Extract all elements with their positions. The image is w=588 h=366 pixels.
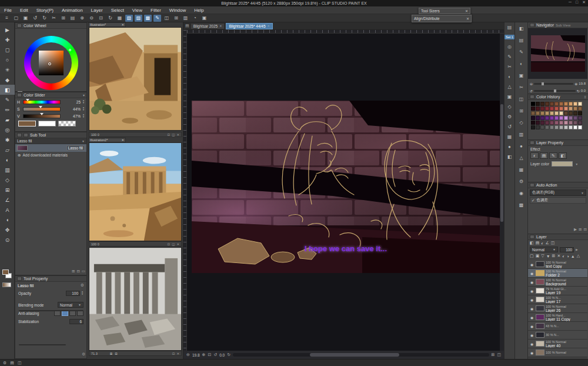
history-swatch[interactable] <box>578 111 582 115</box>
maximize-button[interactable]: □ <box>576 0 578 5</box>
saturation-value-square[interactable] <box>39 51 64 75</box>
symmetry-icon[interactable]: ◫ <box>163 15 171 22</box>
rotate-reset-icon[interactable]: ↻ <box>106 15 114 22</box>
history-swatch[interactable] <box>559 125 563 129</box>
merge-down-icon[interactable]: ▼ <box>546 254 550 258</box>
expression-color-icon[interactable]: ◧ <box>559 152 567 159</box>
history-swatch[interactable] <box>564 111 568 115</box>
auto-action-header[interactable]: Auto Action <box>528 182 588 188</box>
transparent-color-chip[interactable] <box>2 282 11 287</box>
palette-tab-icon[interactable]: ◉ <box>519 191 523 196</box>
eye-icon[interactable]: ◉ <box>529 262 534 267</box>
history-swatch[interactable] <box>554 102 559 106</box>
history-swatch[interactable] <box>540 121 544 125</box>
color-wheel-header[interactable]: Color Wheel <box>15 23 86 29</box>
history-swatch[interactable] <box>559 111 563 115</box>
zoom-in-icon[interactable]: ⊕ <box>574 82 577 86</box>
brush-size-icon[interactable]: ▤ <box>10 361 14 365</box>
close-icon[interactable]: ✕ <box>121 23 124 26</box>
history-swatch[interactable] <box>550 121 554 125</box>
layer-row[interactable]: ◉100 % Hard...Layer 11 Copy <box>528 313 587 322</box>
material-tab-icon[interactable]: ▤ <box>507 25 512 30</box>
eye-icon[interactable]: ◉ <box>529 315 534 320</box>
eye-icon[interactable]: ◉ <box>529 280 534 284</box>
panel-menu-icon[interactable]: ≡ <box>584 95 586 99</box>
history-swatch[interactable] <box>569 116 573 120</box>
palette-tab-icon[interactable]: ◐ <box>520 61 523 66</box>
value-slider[interactable] <box>23 114 61 118</box>
close-icon[interactable]: ✕ <box>465 9 468 13</box>
gradient-tool[interactable]: ▥ <box>0 165 15 175</box>
saturation-slider-thumb[interactable] <box>39 106 42 108</box>
history-swatch[interactable] <box>569 111 573 115</box>
history-swatch[interactable] <box>559 116 563 120</box>
hue-slider[interactable] <box>23 100 61 104</box>
hint-icon[interactable]: ◫ <box>18 361 22 365</box>
history-swatch[interactable] <box>545 125 549 129</box>
rotate-slider[interactable] <box>534 90 576 92</box>
history-swatch[interactable] <box>564 125 568 129</box>
flip-icon[interactable]: ◫ <box>172 242 175 246</box>
history-swatch[interactable] <box>531 121 535 125</box>
layers-icon[interactable]: ▣ <box>507 94 512 99</box>
history-swatch[interactable] <box>536 125 540 129</box>
add-materials-row[interactable]: ⊕ Add downloaded materials <box>15 152 86 158</box>
save-icon[interactable]: ▣ <box>22 15 29 22</box>
menu-edit[interactable]: Edit <box>16 8 32 13</box>
rotate-ccw-icon[interactable]: ↺ <box>530 89 533 93</box>
sub-tool-header[interactable]: Sub Tool <box>15 132 86 138</box>
tab-list-icon[interactable]: ▤ <box>185 24 189 28</box>
history-swatch[interactable] <box>531 111 535 115</box>
eye-icon[interactable]: ◉ <box>529 298 534 302</box>
grid-icon[interactable]: ⊞ <box>172 15 180 22</box>
panel-tab-icon[interactable] <box>17 133 22 137</box>
history-swatch[interactable] <box>554 121 559 125</box>
add-action-icon[interactable]: ⊞ <box>579 227 582 232</box>
airbrush-tool[interactable]: ◎ <box>0 125 15 135</box>
history-swatch[interactable] <box>569 121 573 125</box>
operation-tool[interactable]: ▶ <box>0 25 15 35</box>
panel-tab-icon[interactable] <box>17 24 22 28</box>
history-swatch[interactable] <box>564 116 568 120</box>
history-swatch[interactable] <box>573 125 577 129</box>
sub-tool-item-selected[interactable]: Lasso fill <box>15 144 86 152</box>
halftone-icon[interactable]: ◐ <box>508 74 511 79</box>
color-history-header[interactable]: Color History ≡ <box>528 94 588 100</box>
lasso-tool[interactable]: ○ <box>0 55 15 65</box>
panel-tab-icon[interactable] <box>17 93 22 97</box>
horizontal-scrollbar[interactable] <box>233 353 489 357</box>
delete-layer-icon[interactable]: ✕ <box>557 254 560 258</box>
apply-mask-icon[interactable]: ◑ <box>567 254 569 258</box>
new-layer-icon[interactable]: ▢ <box>530 254 534 258</box>
menu-layer[interactable]: Layer <box>87 8 107 13</box>
transparent-swatch[interactable] <box>58 121 76 127</box>
paste-icon[interactable]: ▤ <box>69 15 76 22</box>
reference-tab-2[interactable]: Illustration2* ✕ <box>88 138 126 142</box>
play-action-icon[interactable]: ▶ <box>574 227 577 232</box>
move-tool[interactable]: ✚ <box>0 35 15 45</box>
artwork-canvas[interactable]: I hope we can save it... I hope we can s… <box>192 101 500 273</box>
snap-to-grid-icon[interactable]: ▩ <box>144 15 152 22</box>
palette-tab-icon[interactable]: ◧ <box>519 26 524 31</box>
mask-display-icon[interactable]: ◐ <box>541 241 543 245</box>
delete-action-icon[interactable]: ⊟ <box>584 227 587 232</box>
document-tab-2-active[interactable]: Blightsar 2025* 44/45 ✕ <box>226 23 272 29</box>
eraser-tool[interactable]: ▱ <box>0 145 15 155</box>
history-swatch[interactable] <box>554 125 559 129</box>
close-icon[interactable]: ✕ <box>176 133 179 137</box>
palette-tab-icon[interactable]: ▩ <box>519 202 524 208</box>
close-icon[interactable]: ✕ <box>268 24 270 28</box>
auto-action-item[interactable]: ✓ 色调差 <box>530 197 586 204</box>
opacity-value[interactable]: 100 <box>66 291 80 296</box>
main-menu-icon[interactable]: ≡ <box>3 15 11 22</box>
layer-row[interactable]: ◉100 % NormalLayer 40 <box>528 340 587 348</box>
fit-icon[interactable]: ⊡ <box>168 133 171 137</box>
history-swatch[interactable] <box>531 125 535 129</box>
zoom-slider-thumb[interactable] <box>542 82 544 85</box>
scissors-icon[interactable]: ✂ <box>507 64 512 69</box>
transfer-down-icon[interactable]: ▽ <box>541 254 544 258</box>
pen-pressure-icon[interactable]: ✎ <box>153 15 161 22</box>
panel-tab-icon[interactable] <box>530 23 534 27</box>
redo-icon[interactable]: ↻ <box>41 15 48 22</box>
history-swatch[interactable] <box>569 102 573 106</box>
